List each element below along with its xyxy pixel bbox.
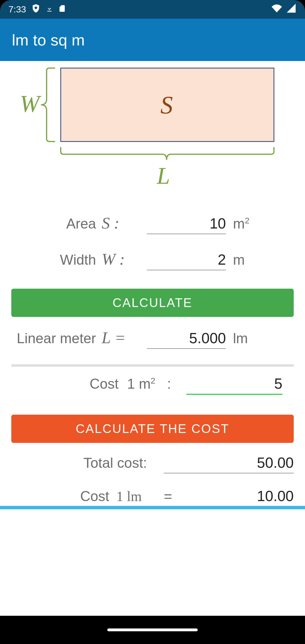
signal-icon <box>286 3 297 16</box>
shield-icon <box>31 3 41 15</box>
cost-lm-label: Cost <box>23 488 109 504</box>
area-symbol: S : <box>102 214 147 232</box>
cost-input[interactable] <box>186 375 282 395</box>
area-label: Area <box>11 216 102 232</box>
calculate-button[interactable]: CALCULATE <box>11 289 294 317</box>
home-pill[interactable] <box>107 628 198 631</box>
diagram-l-label: L <box>156 163 170 188</box>
cost-lm-value: 10.00 <box>176 488 294 504</box>
width-label: Width <box>11 252 102 268</box>
cost-lm-eq: = <box>160 488 176 504</box>
linear-meter-unit: lm <box>226 330 265 347</box>
cost-label: Cost <box>23 376 119 392</box>
cost-per-lm-row: Cost 1 lm = 10.00 <box>11 488 294 504</box>
cost-lm-unit: 1 lm <box>109 488 160 504</box>
area-input[interactable] <box>147 215 226 234</box>
width-symbol: W : <box>102 250 147 269</box>
linear-meter-output[interactable] <box>147 330 226 349</box>
diagram-s-label: S <box>160 91 173 119</box>
divider <box>11 364 294 367</box>
cost-per-m2-row: Cost 1 m2 : <box>11 375 294 395</box>
sd-card-icon <box>58 4 66 15</box>
cost-unit: 1 m2 : <box>119 376 186 392</box>
width-unit: m <box>226 252 265 268</box>
area-diagram: S W L <box>0 64 305 188</box>
linear-meter-label: Linear meter <box>11 330 102 347</box>
total-cost-row: Total cost: 50.00 <box>11 454 294 473</box>
down-arrow-icon <box>46 4 53 15</box>
area-unit: m2 <box>226 216 265 232</box>
navigation-bar[interactable] <box>0 616 305 644</box>
total-cost-label: Total cost: <box>23 455 147 471</box>
linear-meter-symbol: L = <box>102 328 147 347</box>
total-cost-value: 50.00 <box>164 454 294 473</box>
app-title: lm to sq m <box>12 31 85 49</box>
status-bar: 7:33 <box>0 0 305 19</box>
wifi-icon <box>271 3 282 16</box>
scroll-indicator <box>0 506 305 509</box>
width-input[interactable] <box>147 251 226 270</box>
app-bar: lm to sq m <box>0 19 305 61</box>
diagram-w-label: W <box>20 91 42 117</box>
width-row: Width W : m <box>11 250 294 270</box>
linear-meter-row: Linear meter L = lm <box>11 328 294 349</box>
area-row: Area S : m2 <box>11 214 294 234</box>
status-time: 7:33 <box>8 4 26 15</box>
calculate-cost-button[interactable]: CALCULATE THE COST <box>11 415 294 443</box>
